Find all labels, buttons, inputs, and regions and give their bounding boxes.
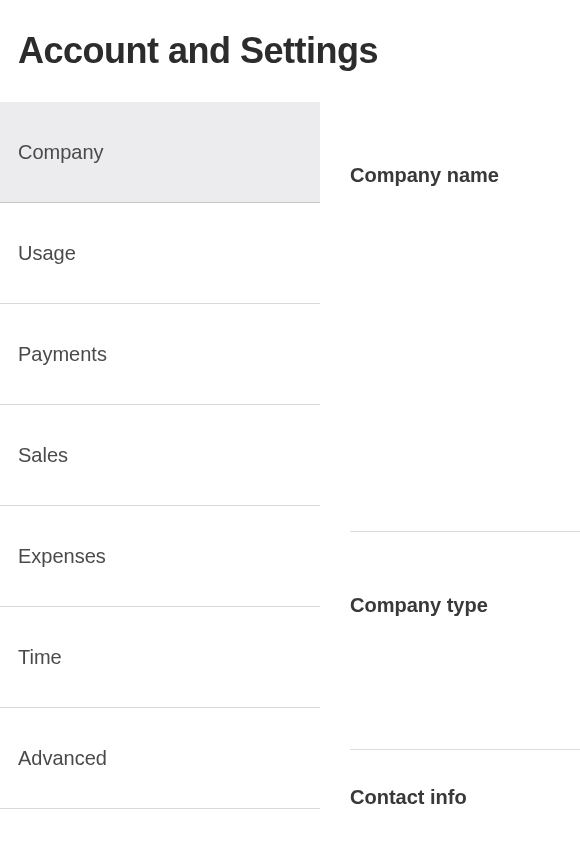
sidebar-item-label: Sales — [18, 444, 68, 467]
sidebar-item-time[interactable]: Time — [0, 607, 320, 708]
page-title: Account and Settings — [0, 0, 580, 102]
sidebar: Company Usage Payments Sales Expenses Ti… — [0, 102, 320, 842]
section-title: Company type — [350, 532, 580, 617]
content: Company name Company type Contact info — [320, 102, 580, 842]
sidebar-item-label: Expenses — [18, 545, 106, 568]
section-title: Contact info — [350, 786, 580, 809]
sidebar-item-company[interactable]: Company — [0, 102, 320, 203]
section-contact-info[interactable]: Contact info — [350, 750, 580, 809]
sidebar-item-advanced[interactable]: Advanced — [0, 708, 320, 809]
sidebar-item-expenses[interactable]: Expenses — [0, 506, 320, 607]
sidebar-item-label: Usage — [18, 242, 76, 265]
sidebar-item-payments[interactable]: Payments — [0, 304, 320, 405]
sidebar-item-label: Advanced — [18, 747, 107, 770]
section-company-name[interactable]: Company name — [350, 102, 580, 532]
layout: Company Usage Payments Sales Expenses Ti… — [0, 102, 580, 842]
section-title: Company name — [350, 102, 580, 187]
section-company-type[interactable]: Company type — [350, 532, 580, 750]
sidebar-item-label: Time — [18, 646, 62, 669]
sidebar-item-label: Payments — [18, 343, 107, 366]
sidebar-item-usage[interactable]: Usage — [0, 203, 320, 304]
sidebar-item-sales[interactable]: Sales — [0, 405, 320, 506]
sidebar-item-label: Company — [18, 141, 104, 164]
